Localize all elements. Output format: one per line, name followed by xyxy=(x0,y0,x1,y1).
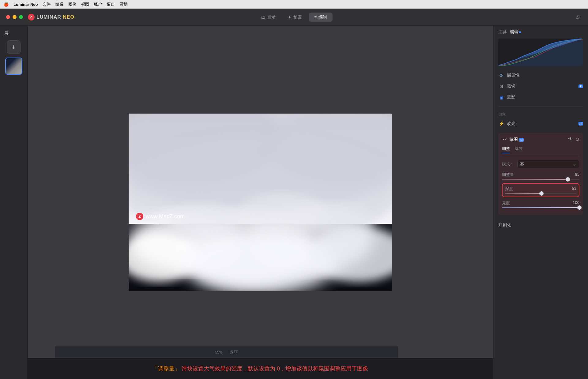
traffic-lights xyxy=(6,15,23,19)
atmosphere-visibility-button[interactable]: 👁 xyxy=(568,137,573,142)
tab-edit-label: 编辑 xyxy=(318,14,327,20)
close-button[interactable] xyxy=(6,15,10,19)
layer-thumbnail[interactable] xyxy=(5,58,22,75)
header-right: ⎋ xyxy=(574,14,582,20)
improve-ai-badge: AI xyxy=(579,122,583,126)
add-layer-button[interactable]: + xyxy=(7,40,21,54)
atmosphere-title: 氛围AI xyxy=(509,137,566,142)
mode-chevron-icon: ⌄ xyxy=(573,162,577,167)
logo-area: Z LUMINAR NEO xyxy=(28,14,74,21)
amount-slider-row: 调整量 85 xyxy=(502,172,579,180)
watermark-icon: Z xyxy=(136,213,143,220)
edit-dot xyxy=(519,31,521,33)
mode-label: 模式： xyxy=(502,161,517,167)
tool-dramatize[interactable]: 戏剧化 xyxy=(498,220,583,230)
main-content: 层 + xyxy=(0,26,588,379)
menu-help[interactable]: 帮助 xyxy=(120,2,128,7)
atm-tab-mask[interactable]: 遮置 xyxy=(515,146,523,153)
menu-edit[interactable]: 编辑 xyxy=(55,2,63,7)
apple-menu[interactable]: 🍎 xyxy=(4,2,9,7)
annotation-text: 「调整量」 滑块设置大气效果的强度，默认设置为 0，增加该值以将氛围调整应用于图… xyxy=(153,365,368,372)
amount-slider-track[interactable] xyxy=(502,179,579,180)
app-header: Z LUMINAR NEO 🗂 目录 ✦ 预置 ≡ 编辑 ⎋ xyxy=(0,9,588,26)
svg-point-13 xyxy=(236,193,328,236)
amount-label-row: 调整量 85 xyxy=(502,172,579,178)
bottom-annotation-bar: 「调整量」 滑块设置大气效果的强度，默认设置为 0，增加该值以将氛围调整应用于图… xyxy=(28,358,493,379)
tab-presets[interactable]: ✦ 预置 xyxy=(282,13,307,22)
brightness-slider-track[interactable] xyxy=(502,207,579,208)
maximize-button[interactable] xyxy=(19,15,23,19)
edit-icon: ≡ xyxy=(314,15,317,20)
tool-layer-props[interactable]: ⟳ 层属性 xyxy=(498,70,583,81)
minimize-button[interactable] xyxy=(13,15,17,19)
atmosphere-icon: 〰 xyxy=(502,137,507,142)
depth-slider-thumb[interactable] xyxy=(539,191,544,196)
tool-improve[interactable]: ⚡ 改光 AI xyxy=(498,118,583,129)
layer-props-label: 层属性 xyxy=(507,73,583,78)
layer-props-icon: ⟳ xyxy=(498,72,504,78)
edit-tab-label[interactable]: 编辑 xyxy=(510,29,521,35)
atmosphere-header: 〰 氛围AI 👁 ↺ xyxy=(502,137,579,142)
atmosphere-tabs: 调整 遮置 xyxy=(502,146,579,156)
amount-slider-fill xyxy=(502,179,568,180)
watermark-text: www.MacZ.com xyxy=(146,213,185,220)
vignette-icon: ▣ xyxy=(498,94,504,100)
annotation-body: 滑块设置大气效果的强度，默认设置为 0，增加该值以将氛围调整应用于图像 xyxy=(182,366,368,372)
atmosphere-reset-button[interactable]: ↺ xyxy=(575,137,579,142)
mode-select[interactable]: 雾 ⌄ xyxy=(517,160,579,168)
tools-section: ⟳ 层属性 ⊡ 裁切 AI ▣ 晕影 xyxy=(493,70,588,103)
dramatize-label: 戏剧化 xyxy=(498,222,583,228)
layers-label: 层 xyxy=(0,31,9,36)
depth-label: 深度 xyxy=(505,186,513,192)
brightness-value: 100 xyxy=(573,200,579,206)
brightness-slider-thumb[interactable] xyxy=(577,205,582,210)
more-tools-section: 戏剧化 xyxy=(493,220,588,230)
status-bar: 55% 探TF xyxy=(55,347,398,358)
tool-crop[interactable]: ⊡ 裁切 AI xyxy=(498,81,583,92)
panel-header: 工具 编辑 xyxy=(493,26,588,39)
depth-slider-container: 深度 51 xyxy=(502,183,579,197)
tool-vignette[interactable]: ▣ 晕影 xyxy=(498,92,583,103)
menu-image[interactable]: 图像 xyxy=(68,2,76,7)
layer-thumb-image xyxy=(6,58,22,74)
depth-slider-track[interactable] xyxy=(505,193,576,194)
menu-window[interactable]: 窗口 xyxy=(107,2,115,7)
tab-catalog[interactable]: 🗂 目录 xyxy=(255,13,281,22)
crop-icon: ⊡ xyxy=(498,83,504,89)
menu-file[interactable]: 文件 xyxy=(43,2,51,7)
zoom-level: 55% xyxy=(215,350,223,355)
atmosphere-panel: 〰 氛围AI 👁 ↺ 调整 遮置 模式： 雾 ⌄ xyxy=(498,133,583,215)
annotation-bracket: 「调整量」 xyxy=(153,366,180,372)
watermark: Z www.MacZ.com xyxy=(136,213,185,220)
catalog-icon: 🗂 xyxy=(261,15,265,20)
tab-presets-label: 预置 xyxy=(293,14,302,20)
tools-tab-label[interactable]: 工具 xyxy=(498,29,507,35)
menu-account[interactable]: 账户 xyxy=(94,2,102,7)
brightness-slider-fill xyxy=(502,207,579,208)
left-sidebar: 层 + xyxy=(0,26,28,379)
share-button[interactable]: ⎋ xyxy=(574,13,582,21)
menu-bar: 🍎 Luminar Neo 文件 编辑 图像 视图 账户 窗口 帮助 xyxy=(0,0,588,9)
svg-point-12 xyxy=(168,202,242,239)
improve-icon: ⚡ xyxy=(498,121,504,127)
app-name[interactable]: Luminar Neo xyxy=(13,2,38,7)
view-mode: 探TF xyxy=(230,350,238,355)
amount-label: 调整量 xyxy=(502,172,514,178)
logo-text: LUMINAR NEO xyxy=(36,14,74,20)
tab-edit[interactable]: ≡ 编辑 xyxy=(309,13,333,22)
atmosphere-ai-badge: AI xyxy=(519,138,524,142)
divider-1 xyxy=(498,107,583,107)
logo-icon: Z xyxy=(28,14,35,21)
tab-catalog-label: 目录 xyxy=(267,14,276,20)
right-panel: 工具 编辑 xyxy=(493,26,588,379)
atmosphere-actions: 👁 ↺ xyxy=(568,137,579,142)
histogram-area xyxy=(498,39,583,66)
brightness-slider-row: 亮度 100 xyxy=(502,200,579,208)
atm-tab-adjust[interactable]: 调整 xyxy=(502,146,510,153)
atmosphere-mode-row: 模式： 雾 ⌄ xyxy=(502,160,579,168)
main-image: Z www.MacZ.com xyxy=(129,114,392,291)
header-tabs: 🗂 目录 ✦ 预置 ≡ 编辑 xyxy=(255,13,333,22)
amount-slider-thumb[interactable] xyxy=(566,177,570,182)
smoke-image xyxy=(129,114,392,291)
menu-view[interactable]: 视图 xyxy=(81,2,89,7)
